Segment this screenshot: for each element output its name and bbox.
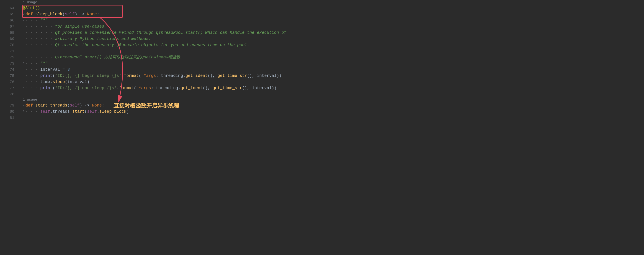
line-gutter: 64 65 66 67 68 69 70 71 72 73 74 75 76 7…: [0, 0, 18, 255]
code-line-81: [23, 115, 644, 121]
code-line-74: · · · · interval = 3: [23, 67, 644, 73]
code-line-78: [23, 91, 644, 97]
ln-66: 66: [7, 17, 15, 24]
code-line-65: v def sleep_block(self) -> None:: [23, 11, 644, 17]
ln-77: 77: [7, 85, 15, 91]
code-lines: 1 usage @Slot() v def sleep_block(self) …: [23, 0, 644, 121]
code-line-79: v def start_threads(self) -> None: 直接对槽函…: [23, 102, 644, 109]
ln-79: 79: [7, 102, 15, 109]
code-line-80: ^ · · · self.threads.start(self.sleep_bl…: [23, 109, 644, 115]
code-line-77: ^ · · · print('ID:{}, {} end sleep {}s'.…: [23, 85, 644, 91]
ln-65: 65: [7, 11, 15, 17]
code-line-72: · · · · · · · QThreadPool.start() 方法可以处理…: [23, 54, 644, 61]
code-line-69: · · · · · · · arbitrary Python functions…: [23, 36, 644, 42]
ln-69: 69: [7, 36, 15, 42]
ln-67: 67: [7, 24, 15, 30]
usage-79: [7, 97, 15, 102]
ln-70: 70: [7, 42, 15, 48]
usage-64: [7, 0, 15, 5]
code-line-64: @Slot(): [23, 5, 644, 11]
ln-68: 68: [7, 30, 15, 36]
code-line-71: [23, 48, 644, 54]
code-line-68: · · · · · · · Qt provides a convenience …: [23, 30, 644, 36]
chinese-annotation-label: 直接对槽函数开启异步线程: [114, 102, 179, 109]
ln-71: 71: [7, 48, 15, 54]
ln-72: 72: [7, 54, 15, 61]
code-line-75: · · · · print('ID:{}, {} begin sleep {}s…: [23, 73, 644, 79]
usage-line-79: 1 usage: [23, 97, 644, 102]
code-line-73: ^ · · · """: [23, 61, 644, 67]
ln-81: 81: [7, 115, 15, 121]
ln-75: 75: [7, 73, 15, 79]
code-line-70: · · · · · · · Qt creates the necessary Q…: [23, 42, 644, 48]
usage-line-64: 1 usage: [23, 0, 644, 5]
code-line-67: · · · · · · · for simple use-cases,: [23, 24, 644, 30]
ln-73: 73: [7, 61, 15, 67]
line-numbers: 64 65 66 67 68 69 70 71 72 73 74 75 76 7…: [0, 0, 18, 121]
ln-74: 74: [7, 67, 15, 73]
code-line-66: v · · · """: [23, 17, 644, 24]
ln-64: 64: [7, 5, 15, 11]
code-content: 1 usage @Slot() v def sleep_block(self) …: [18, 0, 644, 255]
code-line-76: · · · · time.sleep(interval): [23, 79, 644, 85]
ln-80: 80: [7, 109, 15, 115]
ln-78: 78: [7, 91, 15, 97]
code-editor: 64 65 66 67 68 69 70 71 72 73 74 75 76 7…: [0, 0, 644, 255]
ln-76: 76: [7, 79, 15, 85]
